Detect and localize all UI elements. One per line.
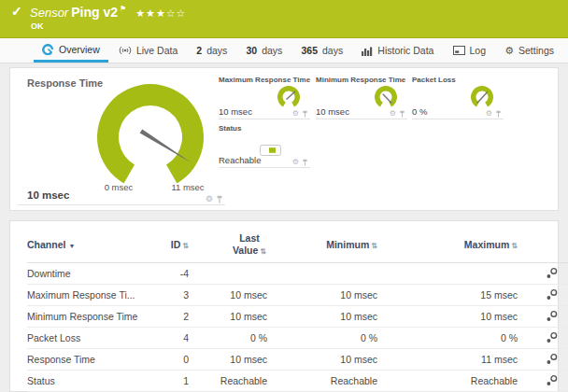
- min-response-time-block: Minimum Response Time 10 msec ⚙: [316, 76, 407, 119]
- gear-icon[interactable]: ⚙: [292, 159, 299, 166]
- tab-overview[interactable]: Overview: [34, 38, 108, 63]
- channel-settings-icon[interactable]: [546, 331, 558, 343]
- overview-panel: Response Time 0 msec 11 msec 10 msec ⚙ M…: [9, 67, 559, 211]
- sensor-status-text: OK: [31, 21, 44, 31]
- gauge-icon: [42, 43, 54, 55]
- live-data-icon: [119, 45, 132, 56]
- sensor-title-line: SensorPing v2⚑★★★☆☆: [30, 4, 186, 21]
- min-response-time-gauge: [372, 85, 400, 109]
- tab-log-label: Log: [470, 45, 487, 56]
- column-header-channel[interactable]: Channel▼: [27, 227, 147, 262]
- response-time-gauge: [90, 79, 211, 193]
- tab-historic-data-label: Historic Data: [377, 45, 433, 56]
- gear-icon[interactable]: ⚙: [206, 195, 213, 203]
- minimum-cell: Reachable: [275, 370, 385, 391]
- table-row: Minimum Response Time 2 10 msec 10 msec …: [27, 305, 568, 327]
- mini-gauge-value: 10 msec: [316, 106, 349, 117]
- packet-loss-gauge: [468, 85, 496, 109]
- tab-live-data-label: Live Data: [136, 45, 178, 56]
- gauge-needle: [287, 91, 296, 100]
- priority-stars[interactable]: ★★★☆☆: [135, 7, 186, 19]
- gauge-value: 10 msec: [27, 189, 69, 201]
- tab-2-days-label: days: [206, 45, 227, 56]
- maximum-cell: Reachable: [385, 370, 525, 391]
- status-check-icon: ✓: [11, 4, 22, 19]
- column-label: Minimum: [326, 239, 369, 250]
- mini-gauge-title: Maximum Response Time: [219, 76, 310, 84]
- max-response-time-block: Maximum Response Time 10 msec ⚙: [219, 76, 310, 119]
- gear-icon[interactable]: ⚙: [390, 110, 396, 118]
- gear-icon[interactable]: ⚙: [486, 110, 492, 118]
- table-row: Maximum Response Ti... 3 10 msec 10 msec…: [27, 284, 568, 305]
- table-header-row: Channel▼ ID⇅ Last Value⇅ Minimum⇅ Maximu…: [27, 227, 568, 262]
- column-label: Last Value: [233, 232, 260, 256]
- sort-desc-icon: ▼: [68, 243, 75, 249]
- last-value-cell: 10 msec: [202, 348, 275, 370]
- status-block: Status Reachable ⚙: [219, 124, 310, 168]
- pin-icon[interactable]: [399, 110, 405, 118]
- max-response-time-gauge: [275, 85, 303, 109]
- gauge-needle: [383, 94, 391, 104]
- table-row: Response Time 0 10 msec 10 msec 11 msec: [27, 348, 568, 370]
- column-header-maximum[interactable]: Maximum⇅: [385, 227, 525, 262]
- minimum-cell: 10 msec: [275, 305, 385, 327]
- pin-icon[interactable]: [216, 195, 223, 203]
- tab-settings-label: Settings: [518, 45, 554, 56]
- last-value-cell: [202, 262, 275, 284]
- tab-2-days[interactable]: 2 days: [188, 38, 235, 63]
- gauge-scale-max: 11 msec: [167, 182, 208, 192]
- sort-icon: ⇅: [260, 247, 266, 256]
- tab-2-days-number: 2: [196, 45, 202, 56]
- pin-icon[interactable]: [302, 110, 308, 118]
- minimum-cell: 10 msec: [275, 284, 385, 305]
- channel-settings-icon[interactable]: [546, 310, 558, 322]
- column-label: Maximum: [464, 239, 509, 250]
- channel-settings-icon[interactable]: [546, 288, 558, 301]
- table-row: Status 1 Reachable Reachable Reachable: [27, 370, 568, 391]
- tab-overview-label: Overview: [59, 44, 100, 55]
- channel-settings-icon[interactable]: [546, 353, 558, 365]
- channel-settings-icon[interactable]: [546, 267, 558, 279]
- flag-icon[interactable]: ⚑: [120, 5, 126, 13]
- tab-30-days-label: days: [262, 45, 282, 56]
- table-row: Packet Loss 4 0 % 0 % 0 %: [27, 327, 568, 348]
- column-header-last-value[interactable]: Last Value⇅: [202, 227, 275, 262]
- column-header-minimum[interactable]: Minimum⇅: [275, 227, 385, 262]
- channel-name-cell: Response Time: [27, 348, 147, 370]
- last-value-cell: 10 msec: [202, 305, 275, 327]
- maximum-cell: 0 %: [385, 327, 525, 348]
- maximum-cell: 15 msec: [385, 284, 525, 305]
- channel-id-cell: 0: [147, 348, 202, 370]
- status-title: Status: [219, 124, 241, 133]
- column-header-actions: [525, 227, 568, 262]
- tab-365-days[interactable]: 365 days: [292, 38, 351, 63]
- maximum-cell: [385, 262, 525, 284]
- minimum-cell: [275, 262, 385, 284]
- mini-gauge-title: Packet Loss: [412, 76, 456, 84]
- tab-365-days-label: days: [322, 45, 343, 56]
- channel-name-cell: Maximum Response Ti...: [27, 284, 147, 305]
- pin-icon[interactable]: [302, 159, 308, 166]
- last-value-cell: 0 %: [202, 327, 275, 348]
- pin-icon[interactable]: [495, 110, 502, 118]
- last-value-cell: 10 msec: [202, 284, 275, 305]
- tab-settings[interactable]: ⚙ Settings: [496, 38, 562, 63]
- log-icon: [453, 46, 465, 55]
- gear-icon: ⚙: [504, 46, 514, 56]
- tab-historic-data[interactable]: Historic Data: [353, 38, 442, 63]
- tab-30-days[interactable]: 30 days: [237, 38, 291, 63]
- tab-365-days-number: 365: [301, 45, 318, 56]
- tab-live-data[interactable]: Live Data: [110, 38, 186, 63]
- column-label: Channel: [27, 239, 65, 250]
- gauge-scale-min: 0 msec: [100, 182, 137, 192]
- channel-name-cell: Downtime: [27, 262, 147, 284]
- table-row: Downtime -4: [27, 262, 568, 284]
- channel-id-cell: 3: [147, 284, 202, 305]
- maximum-cell: 11 msec: [385, 348, 525, 370]
- tab-log[interactable]: Log: [445, 38, 495, 63]
- gear-icon[interactable]: ⚙: [292, 110, 299, 118]
- column-label: ID: [171, 239, 181, 250]
- status-led-icon: [260, 145, 282, 157]
- channel-settings-icon[interactable]: [546, 374, 558, 386]
- column-header-id[interactable]: ID⇅: [147, 227, 202, 262]
